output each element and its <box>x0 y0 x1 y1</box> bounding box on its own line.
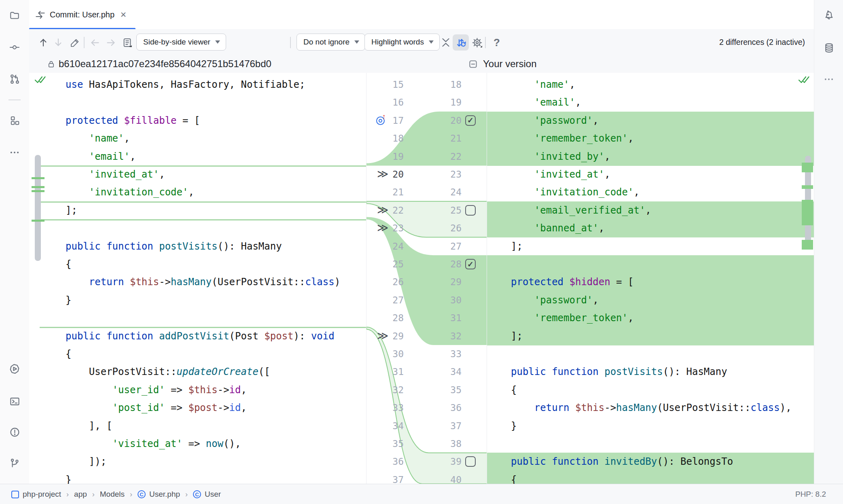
code-line: 'remember_token', <box>534 129 634 147</box>
code-token: id <box>229 402 241 413</box>
chevron-down-icon <box>429 40 434 44</box>
change-anchor-chevrons-icon[interactable]: ≫ <box>377 165 393 183</box>
line-number: 24 <box>366 237 404 255</box>
commit-icon[interactable] <box>8 40 21 54</box>
code-token: 'post_id' <box>112 402 165 413</box>
code-line: { <box>511 471 517 484</box>
code-token: 'invitation_code' <box>89 186 189 198</box>
code-line: 'email', <box>89 148 136 165</box>
git-branch-icon[interactable] <box>8 456 21 470</box>
all-changes-applied-icon <box>34 75 48 85</box>
breadcrumb-item-user[interactable]: CUser <box>193 490 221 499</box>
whitespace-ignore-dropdown[interactable]: Do not ignore <box>297 34 365 51</box>
strip-divider <box>8 100 21 100</box>
run-services-icon[interactable] <box>8 362 21 376</box>
breadcrumb-item-user-php[interactable]: CUser.php <box>138 490 180 499</box>
code-token: postVisits <box>604 366 663 377</box>
code-token: } <box>66 474 71 484</box>
change-anchor-chevrons-icon[interactable]: ≫ <box>377 327 393 345</box>
php-class-icon: C <box>138 490 146 498</box>
code-token: 'user_id' <box>112 384 165 396</box>
code-token: { <box>66 348 71 360</box>
code-token: -> <box>218 402 229 413</box>
code-line: ]; <box>511 327 523 345</box>
change-anchor-chevrons-icon[interactable]: ≫ <box>377 219 393 237</box>
code-token: return <box>89 276 130 288</box>
tab-close-icon[interactable]: ✕ <box>119 9 128 20</box>
code-token: (): BelongsTo <box>657 456 733 467</box>
highlight-mode-dropdown[interactable]: Highlight words <box>364 34 440 51</box>
code-token: ]; <box>511 330 523 342</box>
left-editor-scrollbar[interactable] <box>35 155 41 261</box>
include-change-checkbox-unchecked[interactable] <box>465 205 476 216</box>
code-token: 'visited_at' <box>112 438 182 449</box>
scrollbar-change-mark <box>32 220 44 222</box>
php-version[interactable]: PHP: 8.2 <box>795 484 826 504</box>
breadcrumb-item-php-project[interactable]: php-project <box>11 490 61 499</box>
tab-options-kebab-icon[interactable] <box>821 7 835 22</box>
code-token: , <box>241 402 247 413</box>
code-line: 'name', <box>534 76 575 93</box>
code-line: { <box>66 345 71 363</box>
settings-gear-icon[interactable] <box>469 34 485 51</box>
code-line: use HasApiTokens, HasFactory, Notifiable… <box>66 76 305 93</box>
pull-requests-icon[interactable] <box>8 72 21 86</box>
navigate-change-target-icon[interactable]: ↑ <box>376 114 388 127</box>
line-number: 27 <box>366 291 404 309</box>
scrollbar-change-stripe <box>802 185 813 189</box>
editor-tab-bar: Commit: User.php ✕ <box>29 0 814 30</box>
code-line: public function invitedBy(): BelongsTo <box>511 453 733 470</box>
include-change-checkbox-unchecked[interactable] <box>465 456 476 467</box>
line-number: 40 <box>423 471 462 484</box>
status-bar: php-project›app›Models›CUser.php›CUser P… <box>0 484 843 504</box>
include-change-checkbox-checked[interactable]: ✓ <box>465 259 476 269</box>
code-token: , <box>124 133 130 144</box>
more-icon[interactable] <box>822 72 836 86</box>
code-token: , <box>645 205 651 216</box>
line-number: 34 <box>366 417 404 435</box>
database-icon[interactable] <box>822 41 836 55</box>
minus-checkbox-icon[interactable] <box>468 59 478 69</box>
code-line: ]); <box>89 453 106 470</box>
line-number: 19 <box>423 93 462 111</box>
edit-source-button[interactable] <box>67 34 83 51</box>
diff-gutter: 151816191720↑✓182119222023≫21242225≫2326… <box>366 73 487 484</box>
line-number: 26 <box>366 273 404 291</box>
back-button[interactable] <box>87 34 103 51</box>
forward-button[interactable] <box>103 34 119 51</box>
whitespace-ignore-label: Do not ignore <box>303 38 349 47</box>
line-number: 19 <box>366 148 404 165</box>
project-folder-icon[interactable] <box>8 8 21 22</box>
terminal-icon[interactable] <box>8 394 21 408</box>
more-icon[interactable] <box>8 146 21 159</box>
jump-to-source-icon[interactable] <box>119 34 135 51</box>
line-number: 27 <box>423 237 462 255</box>
code-line: 'email', <box>534 93 581 111</box>
line-number: 29 <box>423 273 462 291</box>
tab-commit-user-php[interactable]: Commit: User.php ✕ <box>29 0 136 29</box>
synchronize-scrolling-toggle[interactable] <box>453 34 469 51</box>
line-number: 28 <box>366 309 404 327</box>
code-token: = [ <box>610 276 634 288</box>
code-token: (): HasMany <box>218 241 282 252</box>
help-icon[interactable]: ? <box>489 34 505 51</box>
line-number: 36 <box>366 453 404 470</box>
collapse-unchanged-icon[interactable] <box>438 34 454 51</box>
code-token: , <box>628 133 633 144</box>
viewer-mode-dropdown[interactable]: Side-by-side viewer <box>136 34 226 51</box>
tab-title: Commit: User.php <box>50 10 114 19</box>
next-difference-button[interactable] <box>50 34 66 51</box>
code-token: UserPostVisit:: <box>89 366 177 377</box>
code-token: $this <box>575 402 604 413</box>
breadcrumb-item-models[interactable]: Models <box>100 490 125 499</box>
code-token: 'remember_token' <box>534 312 628 324</box>
code-token: } <box>66 294 71 306</box>
problems-icon[interactable] <box>8 425 21 439</box>
previous-difference-button[interactable] <box>35 34 51 51</box>
code-line: ]; <box>66 201 77 219</box>
include-change-checkbox-checked[interactable]: ✓ <box>465 115 476 126</box>
code-token: $post <box>188 402 217 413</box>
breadcrumb-item-app[interactable]: app <box>74 490 87 499</box>
change-anchor-chevrons-icon[interactable]: ≫ <box>377 201 393 219</box>
structure-icon[interactable] <box>8 114 21 127</box>
